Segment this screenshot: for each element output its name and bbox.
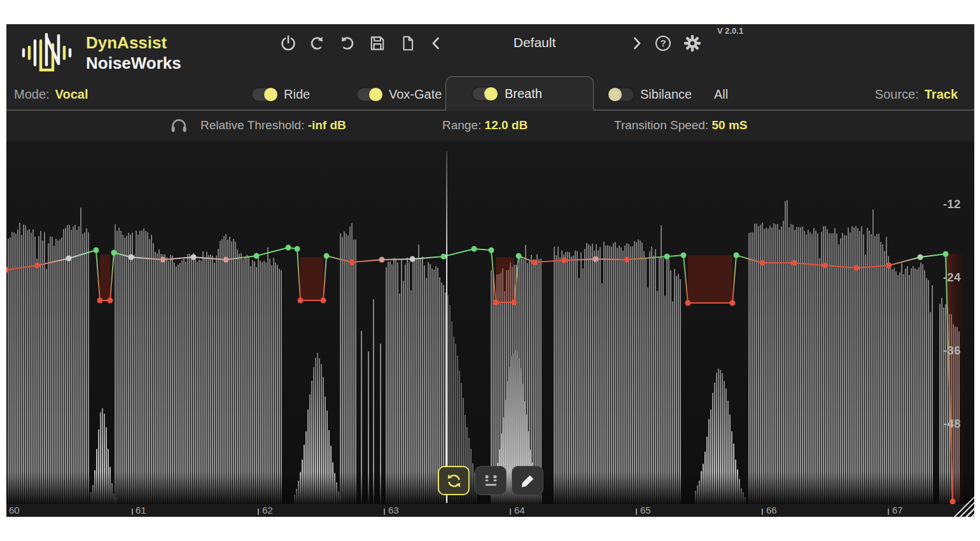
toggle-knob	[484, 87, 498, 101]
next-preset-button[interactable]	[626, 33, 647, 53]
preset-name[interactable]: Default	[487, 35, 582, 50]
mode-bar: Mode: Vocal Ride Vox-Gate Breath Sibilan…	[6, 80, 974, 111]
noiseworks-logo-icon	[21, 32, 74, 74]
time-tick	[636, 509, 637, 515]
waveform-display[interactable]: -12 -24 -36 -48	[6, 141, 974, 504]
time-tick	[258, 509, 259, 515]
sync-arrows-icon	[445, 472, 463, 489]
tab-breath-selected[interactable]: Breath	[445, 76, 594, 111]
time-label: 62	[262, 505, 273, 516]
company-name: NoiseWorks	[86, 53, 181, 73]
settings-button[interactable]	[682, 33, 703, 53]
mode-selector[interactable]: Mode: Vocal	[14, 80, 88, 109]
threshold-label: Relative Threshold:	[200, 118, 304, 132]
draw-button[interactable]	[512, 466, 543, 495]
time-label: 64	[514, 505, 525, 516]
power-icon	[279, 34, 297, 52]
time-tick	[510, 509, 511, 515]
tab-ride[interactable]: Ride	[251, 80, 310, 109]
waveform-canvas[interactable]	[6, 141, 974, 504]
tab-all[interactable]: All	[714, 80, 728, 109]
time-tick	[132, 509, 133, 515]
mode-value: Vocal	[55, 87, 88, 102]
version-label: V 2.0.1	[717, 26, 743, 36]
range-value[interactable]: 12.0 dB	[485, 118, 528, 132]
header-bar: DynAssist NoiseWorks	[6, 24, 974, 80]
redo-icon	[338, 34, 356, 53]
relative-threshold-param[interactable]: Relative Threshold: -inf dB	[200, 118, 346, 132]
app-title: DynAssist	[86, 32, 181, 53]
sibilance-toggle[interactable]	[608, 87, 634, 102]
power-button[interactable]	[278, 33, 298, 53]
toggle-knob	[264, 88, 277, 101]
time-label: 60	[9, 505, 20, 516]
vox-gate-label: Vox-Gate	[389, 87, 442, 102]
help-button[interactable]: ?	[653, 33, 673, 53]
pencil-icon	[519, 472, 536, 489]
source-value: Track	[925, 87, 958, 102]
transition-speed-param[interactable]: Transition Speed: 50 mS	[614, 118, 747, 132]
ride-toggle[interactable]	[251, 87, 278, 102]
plugin-window: DynAssist NoiseWorks	[6, 24, 974, 517]
vox-gate-toggle[interactable]	[356, 87, 383, 102]
toggle-knob	[369, 88, 382, 101]
new-preset-button[interactable]	[398, 33, 418, 53]
title-block: DynAssist NoiseWorks	[86, 32, 181, 73]
chevron-right-icon	[628, 35, 645, 52]
time-tick	[384, 509, 385, 515]
time-tick	[888, 509, 889, 515]
ai-detect-button[interactable]	[475, 466, 507, 495]
time-label: 63	[388, 505, 399, 516]
tab-sibilance[interactable]: Sibilance	[608, 80, 692, 109]
db-label--48: -48	[943, 417, 971, 431]
prev-preset-button[interactable]	[426, 33, 447, 53]
listen-headphones-icon[interactable]	[169, 116, 188, 135]
source-label: Source:	[875, 87, 919, 102]
chevron-left-icon	[428, 35, 445, 52]
svg-text:?: ?	[660, 38, 666, 48]
time-label: 65	[640, 505, 651, 516]
speed-label: Transition Speed:	[614, 118, 708, 132]
time-tick	[762, 509, 763, 515]
range-label: Range:	[442, 118, 481, 132]
range-param[interactable]: Range: 12.0 dB	[442, 118, 528, 132]
new-file-icon	[399, 34, 417, 52]
breath-toggle[interactable]	[472, 87, 498, 101]
time-label: 67	[892, 505, 903, 516]
auto-sync-button[interactable]	[438, 466, 470, 495]
gear-icon	[683, 34, 701, 52]
save-icon	[368, 34, 386, 52]
mode-label: Mode:	[14, 87, 50, 102]
undo-icon	[308, 34, 326, 53]
playhead[interactable]	[446, 151, 447, 503]
db-label--24: -24	[943, 270, 971, 285]
undo-button[interactable]	[307, 33, 327, 53]
help-icon: ?	[654, 34, 672, 52]
time-label: 66	[766, 505, 777, 516]
db-label--36: -36	[943, 344, 971, 358]
time-label: 61	[136, 505, 146, 516]
save-preset-button[interactable]	[367, 33, 388, 53]
redo-button[interactable]	[337, 33, 357, 53]
timeline-bar: 60 61 62 63 64 65 66 67	[6, 504, 974, 517]
breath-label: Breath	[505, 87, 542, 101]
ride-label: Ride	[284, 87, 310, 102]
db-label--12: -12	[943, 197, 971, 211]
param-bar: Relative Threshold: -inf dB Range: 12.0 …	[6, 111, 974, 141]
all-label: All	[714, 87, 728, 102]
robot-face-icon	[482, 472, 500, 489]
source-selector[interactable]: Source: Track	[875, 80, 958, 109]
speed-value[interactable]: 50 mS	[712, 118, 748, 132]
threshold-value[interactable]: -inf dB	[308, 118, 346, 132]
sibilance-label: Sibilance	[640, 87, 692, 102]
toggle-knob	[608, 88, 622, 101]
tab-vox-gate[interactable]: Vox-Gate	[356, 80, 442, 109]
